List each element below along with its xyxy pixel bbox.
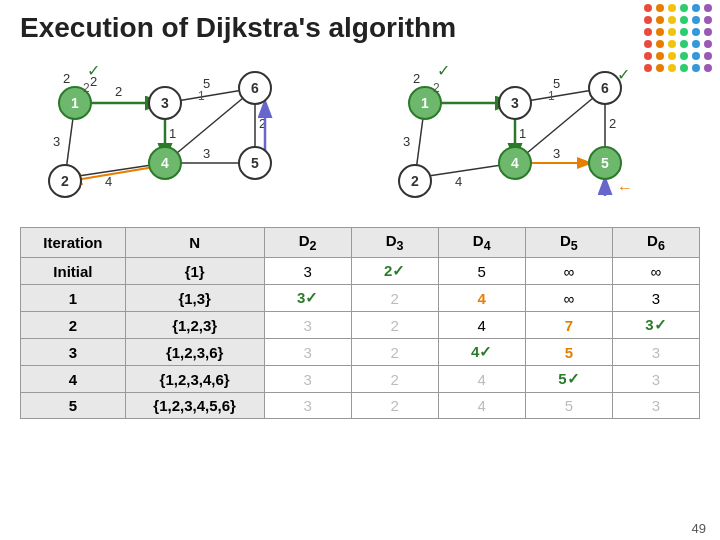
table-cell: 2 bbox=[351, 366, 438, 393]
table-cell: ∞ bbox=[612, 258, 699, 285]
table-cell: 2 bbox=[351, 312, 438, 339]
table-cell: 3 bbox=[612, 285, 699, 312]
table-cell: 2 bbox=[351, 393, 438, 419]
svg-text:1: 1 bbox=[71, 95, 79, 111]
svg-text:3: 3 bbox=[553, 146, 560, 161]
svg-line-18 bbox=[70, 166, 160, 181]
svg-text:1: 1 bbox=[169, 126, 176, 141]
table-cell: 3 bbox=[264, 258, 351, 285]
table-cell: {1,2,3,4,5,6} bbox=[125, 393, 264, 419]
svg-text:4: 4 bbox=[455, 174, 462, 189]
page-number: 49 bbox=[692, 521, 706, 536]
svg-text:2: 2 bbox=[61, 173, 69, 189]
table-cell: 4 bbox=[438, 285, 525, 312]
svg-text:3: 3 bbox=[403, 134, 410, 149]
table-row-iteration: 3 bbox=[21, 339, 126, 366]
svg-text:2: 2 bbox=[411, 173, 419, 189]
svg-text:5: 5 bbox=[601, 155, 609, 171]
table-container: Iteration N D2 D3 D4 D5 D6 Initial{1}32✓… bbox=[20, 227, 700, 419]
corner-decoration bbox=[640, 0, 720, 80]
svg-text:1: 1 bbox=[421, 95, 429, 111]
col-header-d4: D4 bbox=[438, 228, 525, 258]
table-cell: 3 bbox=[612, 393, 699, 419]
table-cell: 3 bbox=[264, 393, 351, 419]
svg-text:3: 3 bbox=[203, 146, 210, 161]
table-cell: 2 bbox=[351, 285, 438, 312]
svg-text:3: 3 bbox=[511, 95, 519, 111]
table-cell: 5 bbox=[525, 339, 612, 366]
table-cell: 5 bbox=[438, 258, 525, 285]
col-header-n: N bbox=[125, 228, 264, 258]
col-header-iteration: Iteration bbox=[21, 228, 126, 258]
table-row-iteration: 5 bbox=[21, 393, 126, 419]
table-cell: {1} bbox=[125, 258, 264, 285]
table-cell: 4✓ bbox=[438, 339, 525, 366]
table-cell: 3 bbox=[264, 312, 351, 339]
table-cell: 5 bbox=[525, 393, 612, 419]
svg-text:2: 2 bbox=[63, 71, 70, 86]
table-cell: ∞ bbox=[525, 258, 612, 285]
col-header-d2: D2 bbox=[264, 228, 351, 258]
table-cell: 3 bbox=[612, 339, 699, 366]
table-row-iteration: 1 bbox=[21, 285, 126, 312]
table-row-iteration: 2 bbox=[21, 312, 126, 339]
svg-text:1: 1 bbox=[519, 126, 526, 141]
svg-text:2: 2 bbox=[83, 81, 90, 95]
svg-text:3: 3 bbox=[53, 134, 60, 149]
table-cell: 3✓ bbox=[264, 285, 351, 312]
table-row-iteration: 4 bbox=[21, 366, 126, 393]
table-cell: 4 bbox=[438, 366, 525, 393]
svg-text:5: 5 bbox=[251, 155, 259, 171]
svg-text:✓: ✓ bbox=[437, 62, 450, 79]
diagrams-row: 3 2 2 4 1 5 3 2 bbox=[0, 48, 720, 223]
table-cell: 4 bbox=[438, 393, 525, 419]
page-title: Execution of Dijkstra's algorithm bbox=[0, 0, 720, 48]
table-cell: 7 bbox=[525, 312, 612, 339]
table-cell: ∞ bbox=[525, 285, 612, 312]
table-cell: {1,2,3,6} bbox=[125, 339, 264, 366]
table-cell: 5✓ bbox=[525, 366, 612, 393]
table-cell: {1,2,3} bbox=[125, 312, 264, 339]
svg-text:4: 4 bbox=[511, 155, 519, 171]
table-cell: 2✓ bbox=[351, 258, 438, 285]
table-cell: 2 bbox=[351, 339, 438, 366]
svg-text:2: 2 bbox=[609, 116, 616, 131]
table-cell: 3 bbox=[612, 366, 699, 393]
table-cell: {1,2,3,4,6} bbox=[125, 366, 264, 393]
col-header-d3: D3 bbox=[351, 228, 438, 258]
svg-text:1: 1 bbox=[548, 89, 555, 103]
svg-text:6: 6 bbox=[251, 80, 259, 96]
table-cell: 3✓ bbox=[612, 312, 699, 339]
table-cell: 3 bbox=[264, 366, 351, 393]
col-header-d5: D5 bbox=[525, 228, 612, 258]
svg-text:✓: ✓ bbox=[87, 62, 100, 79]
svg-text:1: 1 bbox=[198, 89, 205, 103]
svg-text:3: 3 bbox=[161, 95, 169, 111]
svg-text:4: 4 bbox=[161, 155, 169, 171]
table-row-iteration: Initial bbox=[21, 258, 126, 285]
table-cell: 4 bbox=[438, 312, 525, 339]
svg-text:4: 4 bbox=[105, 174, 112, 189]
svg-text:←: ← bbox=[617, 179, 633, 196]
svg-text:6: 6 bbox=[601, 80, 609, 96]
table-cell: 3 bbox=[264, 339, 351, 366]
svg-text:2: 2 bbox=[433, 81, 440, 95]
table-cell: {1,3} bbox=[125, 285, 264, 312]
svg-text:2: 2 bbox=[413, 71, 420, 86]
left-diagram: 3 2 2 4 1 5 3 2 bbox=[35, 48, 335, 218]
svg-text:✓: ✓ bbox=[617, 66, 630, 83]
algorithm-table: Iteration N D2 D3 D4 D5 D6 Initial{1}32✓… bbox=[20, 227, 700, 419]
col-header-d6: D6 bbox=[612, 228, 699, 258]
svg-text:2: 2 bbox=[115, 84, 122, 99]
